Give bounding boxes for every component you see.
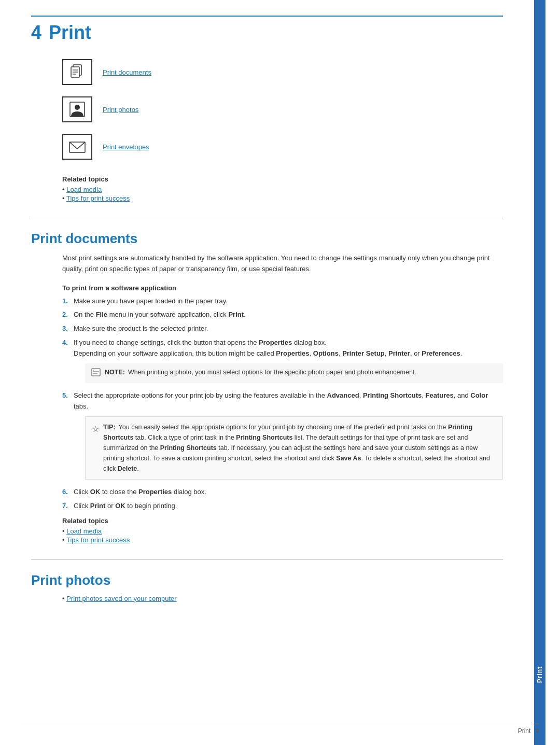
tip-content: TIP:You can easily select the appropriat… bbox=[103, 422, 496, 474]
step-2-content: On the File menu in your software applic… bbox=[74, 310, 503, 320]
print-documents-link[interactable]: Print documents bbox=[103, 68, 151, 76]
envelopes-icon bbox=[68, 137, 87, 156]
print-steps-list: 1. Make sure you have paper loaded in th… bbox=[62, 296, 503, 512]
icon-links-section: Print documents Print photos bbox=[62, 59, 503, 160]
step-1-content: Make sure you have paper loaded in the p… bbox=[74, 296, 503, 307]
related-topics-2-title: Related topics bbox=[62, 517, 503, 525]
print-photos-heading: Print photos bbox=[31, 572, 503, 588]
photos-icon bbox=[68, 100, 87, 119]
print-documents-intro: Most print settings are automatically ha… bbox=[62, 253, 503, 275]
documents-icon bbox=[68, 63, 87, 81]
sidebar-tab: Print bbox=[534, 0, 545, 745]
print-documents-row: Print documents bbox=[62, 59, 503, 85]
print-envelopes-link[interactable]: Print envelopes bbox=[103, 143, 149, 151]
related-topics-1-title: Related topics bbox=[62, 175, 503, 183]
print-envelopes-row: Print envelopes bbox=[62, 134, 503, 160]
tips-link-1[interactable]: Tips for print success bbox=[66, 194, 130, 202]
sidebar-tab-label: Print bbox=[536, 666, 543, 683]
related-topics-1-list: Load media Tips for print success bbox=[62, 186, 503, 202]
print-photos-row: Print photos bbox=[62, 96, 503, 122]
step-6-content: Click OK to close the Properties dialog … bbox=[74, 487, 503, 498]
footer-content: Print 9 bbox=[518, 727, 539, 735]
print-photos-saved-link[interactable]: Print photos saved on your computer bbox=[66, 595, 176, 602]
svg-point-6 bbox=[75, 105, 80, 110]
related-topics-2: Related topics Load media Tips for print… bbox=[62, 517, 503, 544]
print-photos-saved-item: Print photos saved on your computer bbox=[62, 595, 503, 602]
related-topic-1-tips: Tips for print success bbox=[62, 194, 503, 202]
print-documents-heading: Print documents bbox=[31, 231, 503, 247]
step-5-num: 5. bbox=[62, 390, 74, 484]
step-6: 6. Click OK to close the Properties dial… bbox=[62, 487, 503, 498]
print-photos-section: Print photos Print photos saved on your … bbox=[31, 572, 503, 602]
page-footer: Print 9 bbox=[518, 727, 539, 735]
note-box: NOTE:When printing a photo, you must sel… bbox=[85, 363, 503, 384]
step-7-content: Click Print or OK to begin printing. bbox=[74, 501, 503, 512]
related-topics-1: Related topics Load media Tips for print… bbox=[62, 175, 503, 202]
footer-section: Print bbox=[518, 727, 531, 735]
load-media-link-1[interactable]: Load media bbox=[66, 186, 102, 193]
step-4: 4. If you need to change settings, click… bbox=[62, 338, 503, 387]
step-4-num: 4. bbox=[62, 338, 74, 387]
step-5-content: Select the appropriate options for your … bbox=[74, 390, 503, 484]
step-3-num: 3. bbox=[62, 324, 74, 334]
step-7-num: 7. bbox=[62, 501, 74, 512]
svg-rect-8 bbox=[92, 369, 100, 376]
print-envelopes-icon-box bbox=[62, 134, 92, 160]
note-content: NOTE:When printing a photo, you must sel… bbox=[105, 368, 416, 377]
chapter-heading: 4 Print bbox=[31, 16, 503, 44]
note-icon bbox=[91, 368, 101, 379]
step-5: 5. Select the appropriate options for yo… bbox=[62, 390, 503, 484]
step-6-num: 6. bbox=[62, 487, 74, 498]
print-documents-icon-box bbox=[62, 59, 92, 85]
tip-icon: ☆ bbox=[92, 423, 99, 436]
step-7: 7. Click Print or OK to begin printing. bbox=[62, 501, 503, 512]
tip-box: ☆ TIP:You can easily select the appropri… bbox=[85, 416, 503, 480]
step-4-content: If you need to change settings, click th… bbox=[74, 338, 503, 387]
step-2: 2. On the File menu in your software app… bbox=[62, 310, 503, 320]
related-topic-1-load-media: Load media bbox=[62, 186, 503, 193]
related-topics-2-list: Load media Tips for print success bbox=[62, 527, 503, 544]
step-2-num: 2. bbox=[62, 310, 74, 320]
print-documents-section: Print documents Most print settings are … bbox=[31, 231, 503, 512]
footer-page: 9 bbox=[536, 727, 539, 735]
section-divider-1 bbox=[31, 218, 503, 218]
related-topic-2-load-media: Load media bbox=[62, 527, 503, 535]
print-from-software-subheading: To print from a software application bbox=[62, 284, 503, 292]
print-photos-link[interactable]: Print photos bbox=[103, 106, 138, 114]
print-photos-list: Print photos saved on your computer bbox=[62, 595, 503, 602]
chapter-title: Print bbox=[49, 22, 91, 44]
step-1-num: 1. bbox=[62, 296, 74, 307]
section-divider-2 bbox=[31, 559, 503, 560]
load-media-link-2[interactable]: Load media bbox=[66, 527, 102, 535]
step-3: 3. Make sure the product is the selected… bbox=[62, 324, 503, 334]
chapter-number: 4 bbox=[31, 22, 41, 44]
step-1: 1. Make sure you have paper loaded in th… bbox=[62, 296, 503, 307]
footer-divider bbox=[21, 724, 539, 724]
tips-link-2[interactable]: Tips for print success bbox=[66, 536, 130, 544]
print-photos-icon-box bbox=[62, 96, 92, 122]
related-topic-2-tips: Tips for print success bbox=[62, 536, 503, 544]
step-3-content: Make sure the product is the selected pr… bbox=[74, 324, 503, 334]
